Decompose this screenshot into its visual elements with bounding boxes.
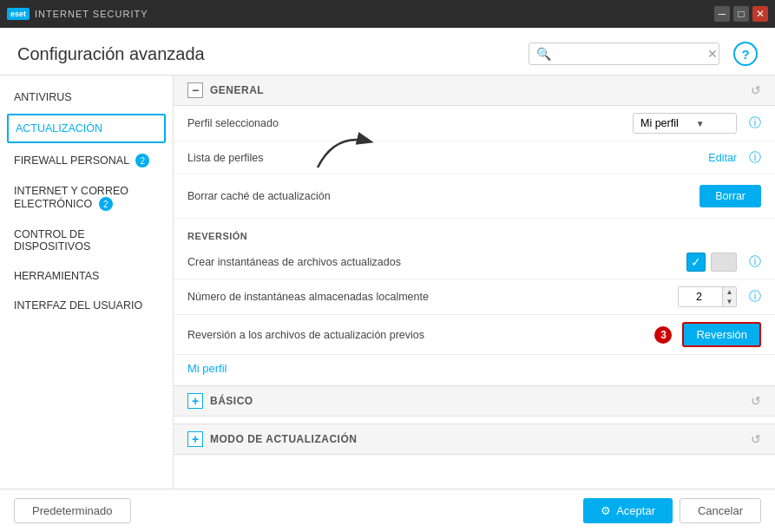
reversion-section-title: REVERSIÓN [187, 231, 247, 241]
perfil-control: Mi perfil ▼ ⓘ [633, 113, 761, 134]
general-section-title: GENERAL [210, 84, 744, 96]
basico-section-header: + BÁSICO ↺ [174, 385, 775, 417]
cancelar-button[interactable]: Cancelar [680, 498, 761, 523]
lista-row: Lista de perfiles Editar ⓘ [174, 141, 775, 174]
eset-logo: eset [7, 8, 30, 20]
sidebar-item-herramientas[interactable]: HERRAMIENTAS [0, 261, 173, 291]
perfil-info-icon[interactable]: ⓘ [749, 115, 761, 131]
borrar-label: Borrar caché de actualización [187, 190, 699, 202]
crear-row: Crear instantáneas de archivos actualiza… [174, 246, 775, 279]
aceptar-button[interactable]: ⚙ Aceptar [583, 498, 673, 523]
modo-section-title: MODO DE ACTUALIZACIÓN [210, 433, 744, 445]
numero-info-icon[interactable]: ⓘ [749, 289, 761, 305]
crear-label: Crear instantáneas de archivos actualiza… [187, 256, 686, 268]
expand-basico-button[interactable]: + [187, 393, 203, 409]
spinner-down-button[interactable]: ▼ [722, 297, 736, 306]
page-title: Configuración avanzada [17, 44, 205, 64]
mi-perfil-label: Mi perfil [174, 355, 775, 378]
gear-icon: ⚙ [601, 504, 611, 517]
spinner-up-button[interactable]: ▲ [722, 287, 736, 297]
reversion-control: 3 Reversión [654, 322, 761, 347]
titlebar: eset INTERNET SECURITY ─ □ ✕ [0, 0, 775, 28]
search-icon: 🔍 [536, 47, 551, 61]
perfil-dropdown[interactable]: Mi perfil ▼ [633, 113, 737, 134]
number-spinners: ▲ ▼ [722, 287, 736, 306]
lista-link[interactable]: Editar [708, 152, 737, 164]
reset-basico-icon[interactable]: ↺ [751, 394, 761, 408]
numero-input-group: 2 ▲ ▼ [678, 286, 737, 307]
help-button[interactable]: ? [733, 42, 758, 66]
close-button[interactable]: ✕ [752, 6, 768, 22]
reversion-button[interactable]: Reversión [682, 322, 761, 347]
numero-row: Número de instantáneas almacenadas local… [174, 279, 775, 315]
reset-general-icon[interactable]: ↺ [751, 83, 761, 97]
sidebar-item-antivirus[interactable]: ANTIVIRUS [0, 82, 173, 112]
perfil-row: Perfil seleccionado Mi perfil ▼ ⓘ [174, 106, 775, 141]
main-container: Configuración avanzada 🔍 ✕ ? ANTIVIRUS A… [0, 28, 775, 532]
lista-control: Editar ⓘ [708, 150, 761, 166]
reversion-annotation-badge: 3 [654, 326, 672, 344]
sidebar-item-dispositivos[interactable]: CONTROL DE DISPOSITIVOS [0, 220, 173, 261]
crear-info-icon[interactable]: ⓘ [749, 254, 761, 270]
titlebar-title: INTERNET SECURITY [35, 9, 148, 19]
search-input[interactable] [556, 48, 702, 61]
predeterminado-button[interactable]: Predeterminado [14, 498, 131, 523]
crear-checkbox[interactable]: ✓ [686, 253, 706, 272]
sidebar-item-actualizacion[interactable]: ACTUALIZACIÓN [7, 114, 166, 143]
header: Configuración avanzada 🔍 ✕ ? [0, 28, 775, 76]
modo-section-header: + MODO DE ACTUALIZACIÓN ↺ [174, 424, 775, 455]
internet-badge: 2 [99, 197, 113, 211]
maximize-button[interactable]: □ [733, 6, 749, 22]
sidebar-item-interfaz[interactable]: INTERFAZ DEL USUARIO [0, 291, 173, 320]
perfil-value: Mi perfil [640, 117, 679, 129]
titlebar-left: eset INTERNET SECURITY [7, 8, 148, 20]
footer: Predeterminado ⚙ Aceptar Cancelar [0, 489, 775, 532]
basico-section-title: BÁSICO [210, 395, 744, 407]
titlebar-controls: ─ □ ✕ [714, 6, 768, 22]
footer-right: ⚙ Aceptar Cancelar [583, 498, 761, 523]
reversion-section-label: REVERSIÓN [174, 219, 775, 246]
lista-info-icon[interactable]: ⓘ [749, 150, 761, 166]
reversion-prev-label: Reversión a los archivos de actualizació… [187, 329, 654, 341]
sidebar-item-firewall[interactable]: FIREWALL PERSONAL 2 [0, 145, 173, 176]
borrar-row: Borrar caché de actualización Borrar [174, 174, 775, 219]
general-section-header: − GENERAL ↺ [174, 76, 775, 106]
firewall-badge: 2 [135, 154, 149, 167]
reset-modo-icon[interactable]: ↺ [751, 432, 761, 446]
crear-control: ✓ ⓘ [686, 253, 761, 272]
numero-control: 2 ▲ ▼ ⓘ [678, 286, 761, 307]
sidebar: ANTIVIRUS ACTUALIZACIÓN FIREWALL PERSONA… [0, 76, 174, 489]
lista-label: Lista de perfiles [187, 152, 708, 164]
chevron-down-icon: ▼ [696, 119, 705, 128]
body: ANTIVIRUS ACTUALIZACIÓN FIREWALL PERSONA… [0, 76, 775, 489]
sidebar-item-internet[interactable]: INTERNET Y CORREO ELECTRÓNICO 2 [0, 176, 173, 220]
numero-label: Número de instantáneas almacenadas local… [187, 291, 678, 303]
content: − GENERAL ↺ Perfil seleccionado Mi perfi… [174, 76, 775, 489]
search-clear-icon[interactable]: ✕ [707, 47, 718, 61]
numero-input[interactable]: 2 [679, 287, 722, 306]
expand-modo-button[interactable]: + [187, 431, 203, 447]
borrar-control: Borrar [699, 185, 761, 207]
search-bar: 🔍 ✕ [529, 43, 719, 65]
collapse-general-button[interactable]: − [187, 82, 203, 98]
minimize-button[interactable]: ─ [714, 6, 730, 22]
crear-slider[interactable] [711, 253, 737, 272]
reversion-row: Reversión a los archivos de actualizació… [174, 315, 775, 355]
perfil-label: Perfil seleccionado [187, 117, 633, 129]
borrar-button[interactable]: Borrar [699, 185, 761, 207]
